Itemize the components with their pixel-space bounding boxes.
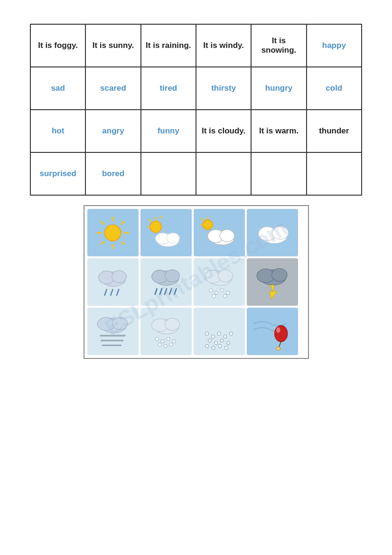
weather-heavy-rain [140, 258, 192, 306]
svg-line-5 [121, 241, 124, 245]
image-grid-container [84, 205, 309, 359]
table-cell-r3-c2 [141, 152, 196, 195]
svg-point-80 [212, 346, 215, 349]
table-cell-r0-c0: It is foggy. [30, 24, 85, 67]
svg-point-45 [215, 291, 218, 294]
weather-fog [87, 308, 139, 355]
svg-point-64 [161, 339, 164, 343]
weather-cloudy [194, 209, 245, 256]
svg-point-78 [227, 341, 230, 344]
svg-point-65 [167, 337, 170, 340]
svg-line-6 [121, 221, 124, 224]
svg-point-23 [220, 229, 234, 242]
svg-point-81 [218, 344, 222, 348]
svg-point-66 [172, 339, 176, 343]
svg-line-40 [174, 289, 176, 294]
svg-point-75 [208, 339, 212, 342]
svg-point-63 [155, 337, 159, 340]
table-cell-r2-c5: thunder [307, 110, 362, 152]
svg-line-12 [160, 216, 162, 218]
svg-line-37 [160, 289, 162, 294]
svg-point-62 [165, 318, 180, 330]
weather-thunder [247, 258, 298, 306]
table-cell-r3-c3 [196, 152, 251, 195]
svg-point-67 [158, 343, 161, 346]
weather-snow-ground [140, 308, 192, 355]
svg-line-38 [165, 289, 167, 294]
table-cell-r0-c5: happy [307, 24, 362, 67]
table-cell-r2-c2: funny [141, 110, 196, 152]
svg-point-71 [211, 335, 215, 338]
table-cell-r1-c1: scared [85, 67, 140, 110]
weather-snow [194, 258, 245, 306]
table-cell-r0-c2: It is raining. [141, 24, 196, 67]
svg-point-86 [276, 327, 280, 333]
weather-windy-balloon [247, 308, 298, 355]
svg-point-77 [220, 339, 224, 342]
svg-point-46 [221, 289, 224, 292]
svg-line-36 [155, 289, 157, 294]
svg-point-16 [167, 233, 179, 243]
svg-line-30 [105, 289, 107, 295]
svg-point-26 [272, 226, 289, 239]
svg-marker-53 [270, 285, 277, 299]
svg-point-69 [164, 344, 167, 348]
word-table: It is foggy.It is sunny.It is raining.It… [30, 24, 362, 196]
svg-point-76 [215, 341, 218, 344]
svg-point-8 [105, 225, 121, 241]
table-cell-r1-c5: cold [307, 67, 362, 110]
table-cell-r1-c2: tired [141, 67, 196, 110]
table-cell-r3-c1: bored [85, 152, 140, 195]
svg-point-49 [224, 294, 227, 298]
svg-point-79 [205, 344, 209, 348]
svg-point-70 [205, 332, 209, 335]
svg-point-56 [112, 317, 128, 329]
svg-line-19 [202, 218, 204, 220]
table-cell-r2-c3: It is cloudy. [196, 110, 251, 152]
image-grid [87, 209, 305, 355]
table-cell-r2-c1: angry [85, 110, 140, 152]
table-cell-r0-c4: It is snowing. [251, 24, 306, 67]
weather-rain [87, 258, 139, 306]
weather-sunny [87, 209, 139, 256]
svg-point-68 [169, 343, 173, 346]
svg-point-13 [150, 221, 161, 232]
svg-point-29 [112, 270, 127, 282]
svg-point-52 [272, 268, 287, 281]
svg-point-43 [218, 270, 233, 282]
svg-line-7 [101, 241, 104, 245]
svg-point-35 [165, 270, 180, 282]
table-cell-r3-c0: surprised [30, 152, 85, 195]
table-cell-r1-c0: sad [30, 67, 85, 110]
weather-overcast [247, 209, 298, 256]
table-cell-r3-c5 [307, 152, 362, 195]
svg-point-72 [217, 332, 221, 335]
svg-line-11 [149, 219, 151, 222]
svg-line-31 [111, 289, 112, 295]
table-cell-r0-c1: It is sunny. [85, 24, 140, 67]
svg-point-44 [209, 289, 213, 292]
table-cell-r2-c4: It is warm. [251, 110, 306, 152]
weather-heavy-snow [194, 308, 245, 355]
table-cell-r0-c3: It is windy. [196, 24, 251, 67]
table-cell-r1-c3: thirsty [196, 67, 251, 110]
svg-point-83 [275, 325, 288, 341]
svg-point-74 [230, 332, 233, 335]
svg-point-20 [203, 220, 213, 229]
svg-line-32 [117, 289, 119, 295]
table-cell-r1-c4: hungry [251, 67, 306, 110]
table-cell-r2-c0: hot [30, 110, 85, 152]
svg-point-85 [276, 347, 280, 350]
svg-point-82 [224, 346, 228, 349]
weather-partly-cloudy [140, 209, 192, 256]
svg-point-73 [224, 335, 227, 338]
svg-point-47 [226, 291, 230, 294]
svg-point-48 [212, 294, 215, 298]
table-cell-r3-c4 [251, 152, 306, 195]
svg-line-4 [101, 221, 104, 224]
svg-line-39 [169, 289, 171, 294]
